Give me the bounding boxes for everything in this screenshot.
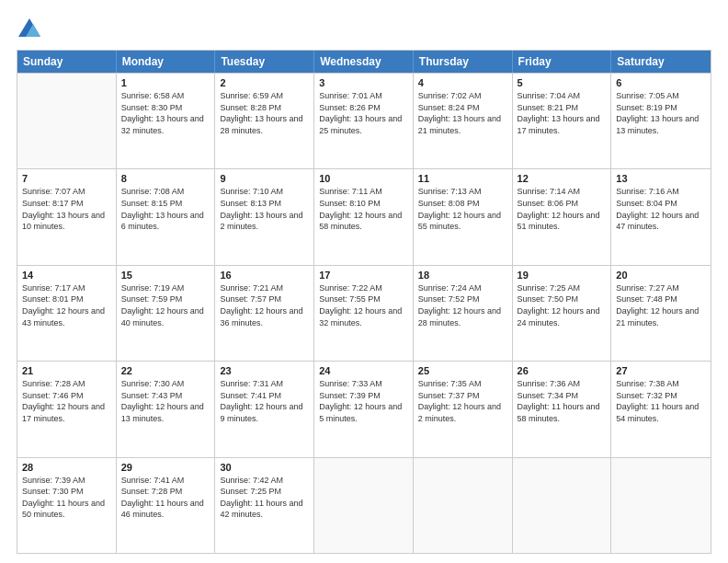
calendar-cell: 22Sunrise: 7:30 AM Sunset: 7:43 PM Dayli…: [117, 362, 216, 456]
cell-info: Sunrise: 6:58 AM Sunset: 8:30 PM Dayligh…: [121, 90, 210, 136]
day-number: 13: [616, 173, 706, 184]
day-number: 16: [220, 270, 309, 281]
day-number: 10: [319, 173, 408, 184]
calendar-cell: 10Sunrise: 7:11 AM Sunset: 8:10 PM Dayli…: [314, 169, 414, 264]
day-number: 24: [319, 365, 408, 376]
cell-info: Sunrise: 7:21 AM Sunset: 7:57 PM Dayligh…: [220, 282, 309, 328]
calendar-cell: 7Sunrise: 7:07 AM Sunset: 8:17 PM Daylig…: [17, 169, 117, 264]
day-number: 8: [121, 173, 210, 184]
calendar-header-day: Sunday: [17, 51, 117, 73]
calendar-header-day: Thursday: [414, 51, 513, 73]
calendar-cell: 29Sunrise: 7:41 AM Sunset: 7:28 PM Dayli…: [117, 458, 216, 553]
cell-info: Sunrise: 7:04 AM Sunset: 8:21 PM Dayligh…: [518, 90, 607, 136]
calendar-cell: 3Sunrise: 7:01 AM Sunset: 8:26 PM Daylig…: [314, 74, 414, 168]
calendar-header-day: Monday: [117, 51, 216, 73]
cell-info: Sunrise: 7:27 AM Sunset: 7:48 PM Dayligh…: [616, 282, 706, 328]
cell-info: Sunrise: 7:28 AM Sunset: 7:46 PM Dayligh…: [22, 378, 111, 424]
calendar-header-day: Friday: [513, 51, 612, 73]
calendar-cell: 26Sunrise: 7:36 AM Sunset: 7:34 PM Dayli…: [513, 362, 612, 456]
cell-info: Sunrise: 7:07 AM Sunset: 8:17 PM Dayligh…: [22, 186, 111, 232]
cell-info: Sunrise: 6:59 AM Sunset: 8:28 PM Dayligh…: [220, 90, 309, 136]
calendar-week-row: 28Sunrise: 7:39 AM Sunset: 7:30 PM Dayli…: [17, 457, 711, 553]
calendar-cell: [611, 458, 711, 553]
logo-icon: [17, 17, 42, 42]
calendar-cell: 8Sunrise: 7:08 AM Sunset: 8:15 PM Daylig…: [117, 169, 216, 264]
calendar-cell: 6Sunrise: 7:05 AM Sunset: 8:19 PM Daylig…: [611, 74, 711, 168]
calendar-cell: 14Sunrise: 7:17 AM Sunset: 8:01 PM Dayli…: [17, 266, 117, 361]
cell-info: Sunrise: 7:42 AM Sunset: 7:25 PM Dayligh…: [220, 475, 309, 521]
cell-info: Sunrise: 7:38 AM Sunset: 7:32 PM Dayligh…: [616, 378, 706, 424]
cell-info: Sunrise: 7:11 AM Sunset: 8:10 PM Dayligh…: [319, 186, 408, 232]
calendar-cell: 4Sunrise: 7:02 AM Sunset: 8:24 PM Daylig…: [414, 74, 513, 168]
day-number: 9: [220, 173, 309, 184]
calendar-cell: 17Sunrise: 7:22 AM Sunset: 7:55 PM Dayli…: [314, 266, 414, 361]
calendar-header: SundayMondayTuesdayWednesdayThursdayFrid…: [17, 51, 711, 73]
day-number: 19: [518, 270, 607, 281]
day-number: 6: [616, 77, 706, 88]
cell-info: Sunrise: 7:25 AM Sunset: 7:50 PM Dayligh…: [518, 282, 607, 328]
calendar-cell: [314, 458, 414, 553]
day-number: 17: [319, 270, 408, 281]
logo: [17, 17, 46, 42]
calendar-cell: [513, 458, 612, 553]
cell-info: Sunrise: 7:41 AM Sunset: 7:28 PM Dayligh…: [121, 475, 210, 521]
day-number: 30: [220, 462, 309, 473]
day-number: 23: [220, 365, 309, 376]
calendar-cell: 25Sunrise: 7:35 AM Sunset: 7:37 PM Dayli…: [414, 362, 513, 456]
cell-info: Sunrise: 7:10 AM Sunset: 8:13 PM Dayligh…: [220, 186, 309, 232]
day-number: 14: [22, 270, 111, 281]
day-number: 5: [518, 77, 607, 88]
cell-info: Sunrise: 7:16 AM Sunset: 8:04 PM Dayligh…: [616, 186, 706, 232]
cell-info: Sunrise: 7:13 AM Sunset: 8:08 PM Dayligh…: [418, 186, 507, 232]
calendar-cell: 9Sunrise: 7:10 AM Sunset: 8:13 PM Daylig…: [215, 169, 314, 264]
day-number: 29: [121, 462, 210, 473]
cell-info: Sunrise: 7:19 AM Sunset: 7:59 PM Dayligh…: [121, 282, 210, 328]
cell-info: Sunrise: 7:35 AM Sunset: 7:37 PM Dayligh…: [418, 378, 507, 424]
day-number: 11: [418, 173, 507, 184]
cell-info: Sunrise: 7:02 AM Sunset: 8:24 PM Dayligh…: [418, 90, 507, 136]
day-number: 21: [22, 365, 111, 376]
calendar-header-day: Saturday: [611, 51, 711, 73]
calendar-cell: 27Sunrise: 7:38 AM Sunset: 7:32 PM Dayli…: [611, 362, 711, 456]
day-number: 12: [518, 173, 607, 184]
day-number: 2: [220, 77, 309, 88]
calendar-cell: 13Sunrise: 7:16 AM Sunset: 8:04 PM Dayli…: [611, 169, 711, 264]
calendar: SundayMondayTuesdayWednesdayThursdayFrid…: [17, 50, 711, 554]
page: SundayMondayTuesdayWednesdayThursdayFrid…: [0, 0, 728, 563]
cell-info: Sunrise: 7:08 AM Sunset: 8:15 PM Dayligh…: [121, 186, 210, 232]
day-number: 4: [418, 77, 507, 88]
calendar-cell: 1Sunrise: 6:58 AM Sunset: 8:30 PM Daylig…: [117, 74, 216, 168]
cell-info: Sunrise: 7:14 AM Sunset: 8:06 PM Dayligh…: [518, 186, 607, 232]
cell-info: Sunrise: 7:05 AM Sunset: 8:19 PM Dayligh…: [616, 90, 706, 136]
calendar-cell: 19Sunrise: 7:25 AM Sunset: 7:50 PM Dayli…: [513, 266, 612, 361]
calendar-header-day: Tuesday: [215, 51, 314, 73]
day-number: 26: [518, 365, 607, 376]
calendar-header-day: Wednesday: [314, 51, 414, 73]
calendar-cell: 18Sunrise: 7:24 AM Sunset: 7:52 PM Dayli…: [414, 266, 513, 361]
day-number: 27: [616, 365, 706, 376]
calendar-cell: 24Sunrise: 7:33 AM Sunset: 7:39 PM Dayli…: [314, 362, 414, 456]
calendar-cell: [17, 74, 117, 168]
calendar-cell: 5Sunrise: 7:04 AM Sunset: 8:21 PM Daylig…: [513, 74, 612, 168]
day-number: 18: [418, 270, 507, 281]
day-number: 1: [121, 77, 210, 88]
cell-info: Sunrise: 7:01 AM Sunset: 8:26 PM Dayligh…: [319, 90, 408, 136]
calendar-cell: 15Sunrise: 7:19 AM Sunset: 7:59 PM Dayli…: [117, 266, 216, 361]
calendar-cell: 23Sunrise: 7:31 AM Sunset: 7:41 PM Dayli…: [215, 362, 314, 456]
cell-info: Sunrise: 7:17 AM Sunset: 8:01 PM Dayligh…: [22, 282, 111, 328]
calendar-cell: 11Sunrise: 7:13 AM Sunset: 8:08 PM Dayli…: [414, 169, 513, 264]
calendar-cell: 12Sunrise: 7:14 AM Sunset: 8:06 PM Dayli…: [513, 169, 612, 264]
day-number: 7: [22, 173, 111, 184]
day-number: 15: [121, 270, 210, 281]
calendar-cell: 30Sunrise: 7:42 AM Sunset: 7:25 PM Dayli…: [215, 458, 314, 553]
calendar-cell: 21Sunrise: 7:28 AM Sunset: 7:46 PM Dayli…: [17, 362, 117, 456]
cell-info: Sunrise: 7:22 AM Sunset: 7:55 PM Dayligh…: [319, 282, 408, 328]
cell-info: Sunrise: 7:30 AM Sunset: 7:43 PM Dayligh…: [121, 378, 210, 424]
day-number: 3: [319, 77, 408, 88]
day-number: 20: [616, 270, 706, 281]
day-number: 25: [418, 365, 507, 376]
calendar-week-row: 1Sunrise: 6:58 AM Sunset: 8:30 PM Daylig…: [17, 73, 711, 168]
cell-info: Sunrise: 7:39 AM Sunset: 7:30 PM Dayligh…: [22, 475, 111, 521]
cell-info: Sunrise: 7:31 AM Sunset: 7:41 PM Dayligh…: [220, 378, 309, 424]
calendar-week-row: 14Sunrise: 7:17 AM Sunset: 8:01 PM Dayli…: [17, 265, 711, 361]
